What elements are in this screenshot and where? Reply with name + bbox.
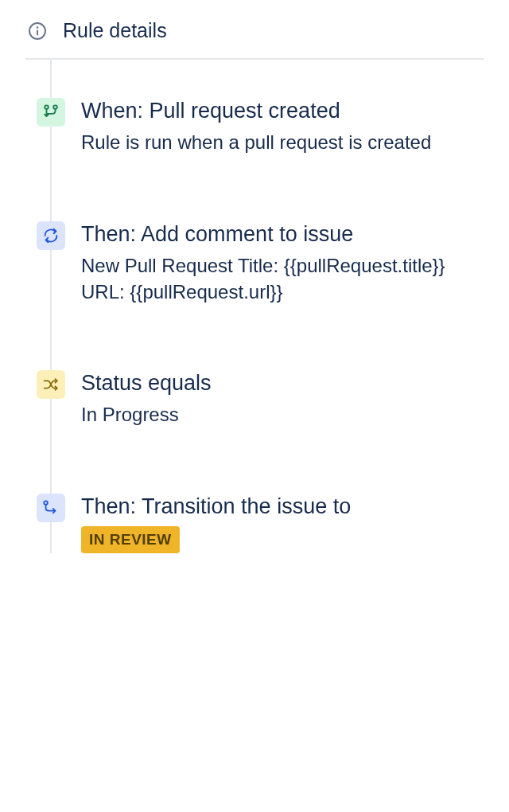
step-content: When: Pull request created Rule is run w…: [81, 98, 484, 156]
step-action-transition[interactable]: Then: Transition the issue to IN REVIEW: [37, 494, 484, 553]
step-description: In Progress: [81, 402, 484, 427]
step-title: Then: Transition the issue to: [81, 494, 484, 519]
step-action-comment[interactable]: Then: Add comment to issue New Pull Requ…: [37, 221, 484, 305]
step-description: IN REVIEW: [81, 525, 484, 553]
svg-rect-2: [37, 29, 38, 35]
header-title: Rule details: [63, 19, 167, 42]
step-title: Then: Add comment to issue: [81, 221, 484, 247]
step-content: Then: Add comment to issue New Pull Requ…: [81, 221, 484, 305]
svg-point-1: [37, 26, 39, 29]
shuffle-icon: [37, 370, 65, 399]
svg-point-4: [53, 105, 57, 109]
rule-timeline: When: Pull request created Rule is run w…: [25, 60, 484, 553]
cycle-icon: [37, 221, 65, 250]
step-trigger[interactable]: When: Pull request created Rule is run w…: [37, 98, 484, 156]
step-content: Then: Transition the issue to IN REVIEW: [81, 494, 484, 553]
step-title: Status equals: [81, 370, 484, 396]
info-icon: [28, 21, 47, 41]
step-title: When: Pull request created: [81, 98, 484, 123]
branch-icon: [37, 98, 65, 127]
rule-details-header[interactable]: Rule details: [25, 19, 484, 60]
step-description: New Pull Request Title: {{pullRequest.ti…: [81, 253, 484, 305]
step-condition[interactable]: Status equals In Progress: [37, 370, 484, 428]
status-badge: IN REVIEW: [81, 526, 180, 553]
svg-point-3: [45, 105, 49, 109]
flow-icon: [37, 494, 65, 522]
step-description: Rule is run when a pull request is creat…: [81, 130, 484, 155]
step-content: Status equals In Progress: [81, 370, 484, 428]
